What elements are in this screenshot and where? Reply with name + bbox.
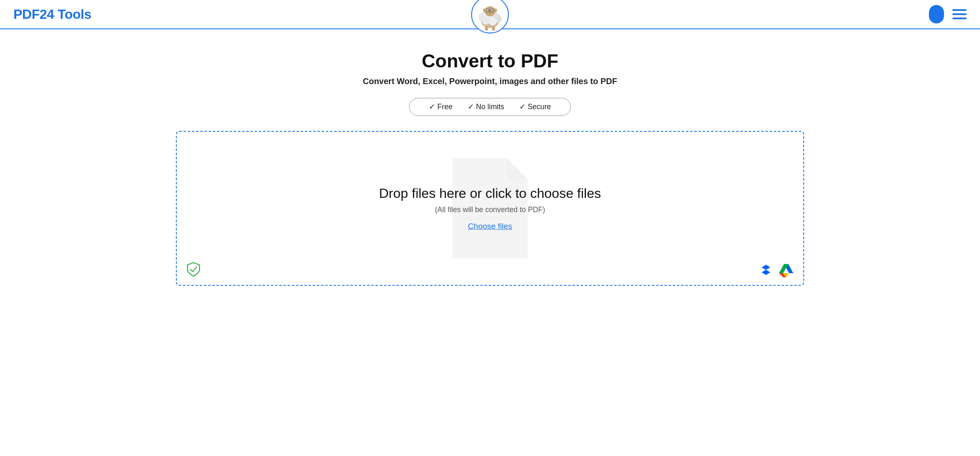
drop-subtitle: (All files will be converted to PDF) (435, 205, 545, 214)
menu-line-1 (952, 9, 967, 11)
mascot (471, 0, 509, 33)
svg-point-17 (489, 12, 491, 13)
svg-point-6 (488, 17, 497, 26)
svg-point-10 (487, 10, 488, 10)
svg-rect-20 (485, 26, 488, 31)
feature-badges: ✓ Free ✓ No limits ✓ Secure (409, 98, 570, 116)
hamburger-menu-icon[interactable] (952, 9, 967, 19)
drop-text: Drop files here or click to choose files (379, 186, 601, 201)
badge-no-limits: ✓ No limits (460, 102, 512, 111)
svg-point-11 (492, 10, 493, 10)
menu-line-3 (952, 18, 967, 19)
cloud-service-icons (758, 261, 794, 277)
page-subtitle: Convert Word, Excel, Powerpoint, images … (363, 77, 617, 86)
profile-icon[interactable] (929, 5, 944, 23)
dropzone-bottom (177, 261, 803, 277)
header-right (929, 5, 967, 23)
page-title: Convert to PDF (422, 50, 558, 72)
svg-marker-25 (762, 265, 770, 270)
menu-line-2 (952, 13, 967, 15)
badge-free: ✓ Free (421, 102, 460, 111)
mascot-svg (473, 0, 507, 31)
choose-files-button[interactable]: Choose files (468, 222, 512, 231)
site-logo[interactable]: PDF24 Tools (13, 7, 91, 22)
security-shield-icon (186, 262, 201, 277)
mascot-circle (471, 0, 509, 33)
svg-rect-21 (492, 26, 495, 31)
dropbox-icon[interactable] (758, 261, 774, 277)
svg-marker-31 (788, 264, 793, 273)
badge-secure: ✓ Secure (512, 102, 559, 111)
main-content: Convert to PDF Convert Word, Excel, Powe… (0, 29, 980, 302)
header: PDF24 Tools (0, 0, 980, 29)
svg-marker-26 (762, 270, 770, 275)
google-drive-icon[interactable] (778, 261, 794, 277)
dropzone[interactable]: Drop files here or click to choose files… (176, 131, 804, 286)
dropzone-content: Drop files here or click to choose files… (379, 186, 601, 231)
